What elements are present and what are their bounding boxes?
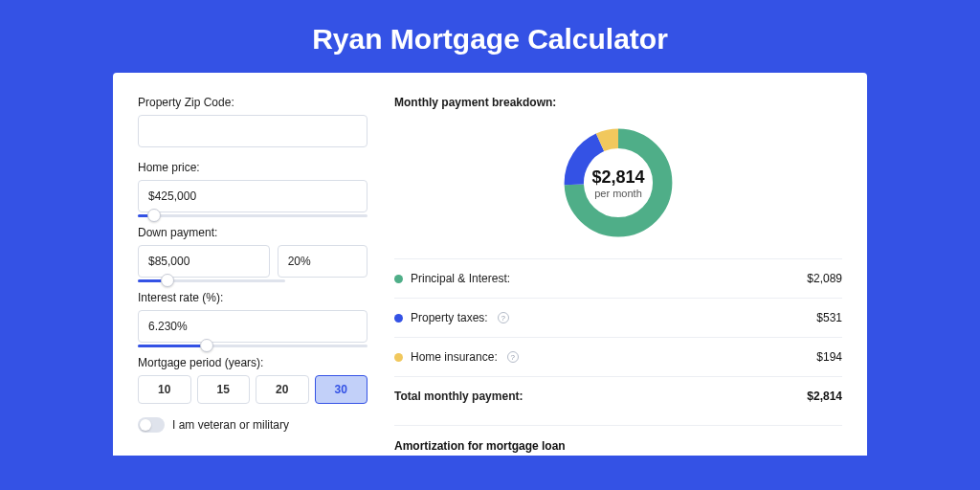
donut-chart: $2,814 per month bbox=[560, 124, 677, 241]
zip-label: Property Zip Code: bbox=[138, 96, 368, 109]
rate-slider-thumb[interactable] bbox=[200, 339, 213, 352]
period-label: Mortgage period (years): bbox=[138, 356, 368, 369]
calculator-card: Property Zip Code: Home price: Down paym… bbox=[113, 73, 867, 456]
period-button-10[interactable]: 10 bbox=[138, 375, 191, 404]
amortization-block: Amortization for mortgage loan Amortizat… bbox=[394, 425, 842, 456]
donut-chart-wrap: $2,814 per month bbox=[394, 119, 842, 255]
legend-value: $194 bbox=[816, 350, 842, 364]
down-group: Down payment: bbox=[138, 226, 368, 278]
zip-group: Property Zip Code: bbox=[138, 96, 368, 147]
amortization-title: Amortization for mortgage loan bbox=[394, 439, 842, 453]
down-label: Down payment: bbox=[138, 226, 368, 239]
period-button-15[interactable]: 15 bbox=[197, 375, 251, 404]
donut-center: $2,814 per month bbox=[560, 124, 677, 241]
down-slider[interactable] bbox=[138, 279, 285, 282]
legend-value: $2,089 bbox=[807, 272, 842, 285]
period-button-30[interactable]: 30 bbox=[315, 375, 368, 404]
down-slider-thumb[interactable] bbox=[161, 274, 174, 287]
price-slider[interactable] bbox=[138, 214, 368, 217]
rate-label: Interest rate (%): bbox=[138, 291, 368, 304]
rate-input[interactable] bbox=[138, 310, 368, 343]
price-group: Home price: bbox=[138, 161, 368, 212]
down-amount-input[interactable] bbox=[138, 245, 270, 278]
zip-input[interactable] bbox=[138, 115, 368, 147]
total-value: $2,814 bbox=[807, 390, 842, 403]
veteran-toggle[interactable] bbox=[138, 417, 165, 433]
price-slider-thumb[interactable] bbox=[147, 209, 161, 222]
divider bbox=[394, 337, 842, 338]
legend-label: Home insurance: bbox=[411, 350, 498, 364]
info-icon[interactable]: ? bbox=[507, 351, 519, 363]
info-icon[interactable]: ? bbox=[498, 312, 509, 323]
rate-slider[interactable] bbox=[138, 345, 368, 347]
breakdown-column: Monthly payment breakdown: $2,814 per mo… bbox=[394, 96, 842, 456]
veteran-label: I am veteran or military bbox=[172, 418, 289, 432]
legend-label: Principal & Interest: bbox=[411, 272, 510, 285]
divider bbox=[394, 298, 842, 299]
price-label: Home price: bbox=[138, 161, 368, 174]
legend-dot bbox=[394, 275, 403, 283]
donut-amount: $2,814 bbox=[591, 167, 644, 188]
veteran-toggle-row: I am veteran or military bbox=[138, 417, 368, 433]
toggle-knob bbox=[140, 419, 151, 431]
form-column: Property Zip Code: Home price: Down paym… bbox=[138, 96, 368, 456]
legend-dot bbox=[394, 314, 403, 323]
page-title: Ryan Mortgage Calculator bbox=[0, 0, 980, 73]
rate-group: Interest rate (%): bbox=[138, 291, 368, 343]
donut-sub: per month bbox=[594, 188, 642, 199]
period-button-20[interactable]: 20 bbox=[256, 375, 309, 404]
legend-dot bbox=[394, 353, 403, 362]
legend-value: $531 bbox=[816, 311, 842, 324]
legend-total-row: Total monthly payment:$2,814 bbox=[394, 381, 842, 412]
divider bbox=[394, 258, 842, 259]
breakdown-title: Monthly payment breakdown: bbox=[394, 96, 842, 109]
period-group: Mortgage period (years): 10152030 bbox=[138, 356, 368, 404]
total-label: Total monthly payment: bbox=[394, 390, 523, 403]
legend-label: Property taxes: bbox=[411, 311, 488, 324]
down-percent-input[interactable] bbox=[278, 245, 368, 278]
price-input[interactable] bbox=[138, 180, 368, 212]
divider bbox=[394, 376, 842, 377]
legend-row: Property taxes:?$531 bbox=[394, 302, 842, 333]
legend-row: Home insurance:?$194 bbox=[394, 342, 842, 372]
legend-row: Principal & Interest:$2,089 bbox=[394, 263, 842, 294]
